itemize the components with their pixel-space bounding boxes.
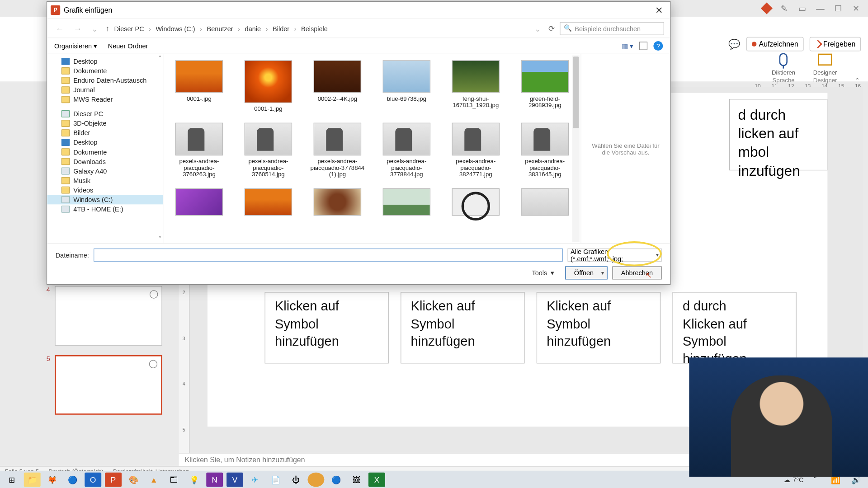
app-icon[interactable]: 🖼 <box>348 473 365 487</box>
file-item[interactable] <box>310 188 365 218</box>
tree-item[interactable]: Dieser PC <box>47 109 163 118</box>
open-button[interactable]: Öffnen▼ <box>565 266 607 279</box>
app-icon[interactable]: 💡 <box>186 473 203 487</box>
minimize-icon[interactable]: — <box>816 4 825 13</box>
app-icon[interactable]: 📄 <box>267 473 284 487</box>
file-item[interactable]: pexels-andrea-piacquadio-3831645.jpg <box>518 123 572 178</box>
window-icon[interactable]: ▭ <box>797 4 807 13</box>
search-input[interactable]: 🔍Beispiele durchsuchen <box>560 22 664 35</box>
file-grid[interactable]: 0001-.jpg0001-1.jpg0002-2--4K.jpgblue-69… <box>163 54 580 243</box>
tree-item[interactable]: Desktop <box>47 56 163 66</box>
tree-item[interactable]: 3D-Objekte <box>47 118 163 128</box>
breadcrumb[interactable]: Windows (C:) <box>156 25 195 32</box>
app-icon[interactable]: 🔵 <box>328 473 344 487</box>
file-item[interactable]: pexels-andrea-piacquadio-3778844.jpg <box>379 123 434 178</box>
organize-button[interactable]: Organisieren ▾ <box>54 42 97 50</box>
back-icon[interactable]: ← <box>53 23 66 33</box>
breadcrumb[interactable]: Beispiele <box>301 25 328 32</box>
telegram-icon[interactable]: ✈ <box>247 473 264 487</box>
content-placeholder[interactable]: Klicken auf Symbol hinzufügen <box>537 292 660 363</box>
maximize-icon[interactable]: ☐ <box>834 4 843 13</box>
content-placeholder[interactable]: Klicken auf Symbol hinzufügen <box>265 292 389 363</box>
share-button[interactable]: Freigeben <box>810 37 861 52</box>
explorer-icon[interactable]: 📁 <box>24 473 41 487</box>
app-icon[interactable]: ⏻ <box>288 473 304 487</box>
file-item[interactable]: pexels-andrea-piacquadio-3778844 (1).jpg <box>310 123 365 178</box>
content-placeholder[interactable]: d durch Klicken auf Symbol hinzufügen <box>672 292 796 363</box>
collapse-ribbon-icon[interactable]: ⌃ <box>855 77 860 84</box>
preview-pane-icon[interactable] <box>639 42 647 50</box>
tree-item[interactable]: MWS Reader <box>47 95 163 104</box>
placeholder-partial-top[interactable]: d durch licken auf mbol inzufügen <box>729 99 828 170</box>
powerpoint-icon[interactable]: P <box>105 473 122 487</box>
breadcrumb[interactable]: Bilder <box>273 25 289 32</box>
app-icon[interactable]: V <box>226 473 243 487</box>
tree-item[interactable]: Dokumente <box>47 66 163 75</box>
dictate-group[interactable]: Diktieren Sprache <box>772 51 795 83</box>
cancel-button[interactable]: Abbrechen <box>612 266 662 279</box>
file-item[interactable]: 0001-.jpg <box>172 60 226 112</box>
file-item[interactable] <box>241 188 296 218</box>
breadcrumb[interactable]: danie <box>245 25 261 32</box>
file-item[interactable] <box>379 188 434 218</box>
tree-item[interactable]: Galaxy A40 <box>47 166 163 176</box>
crumb-dropdown-icon[interactable]: ⌄ <box>532 23 543 33</box>
excel-icon[interactable]: X <box>368 473 385 487</box>
tree-item[interactable]: Bilder <box>47 128 163 138</box>
up-icon[interactable]: ↑ <box>105 24 109 33</box>
scrollbar[interactable] <box>572 56 580 242</box>
content-placeholder[interactable]: Klicken auf Symbol hinzufügen <box>401 292 524 363</box>
file-item[interactable] <box>448 188 503 218</box>
tree-item[interactable]: Dokumente <box>47 147 163 157</box>
help-icon[interactable]: ? <box>653 41 663 51</box>
close-icon[interactable]: ✕ <box>651 5 666 16</box>
app-icon[interactable]: 🎨 <box>125 473 142 487</box>
tree-item[interactable]: Desktop <box>47 138 163 147</box>
start-icon[interactable]: ⊞ <box>4 473 20 487</box>
tree-item[interactable]: Videos <box>47 185 163 195</box>
folder-tree[interactable]: ˄ DesktopDokumenteEnduro Daten-Austausch… <box>47 54 163 243</box>
tree-item[interactable]: Musik <box>47 176 163 185</box>
recent-icon[interactable]: ⌄ <box>89 23 100 33</box>
file-item[interactable] <box>518 188 572 218</box>
new-folder-button[interactable]: Neuer Ordner <box>108 42 148 50</box>
app-icon[interactable]: 🗔 <box>166 473 183 487</box>
tree-item[interactable]: Journal <box>47 85 163 95</box>
firefox-icon[interactable]: 🦊 <box>44 473 61 487</box>
file-item[interactable]: pexels-andrea-piacquadio-3760514.jpg <box>241 123 296 178</box>
tools-button[interactable]: Tools ▾ <box>532 269 554 277</box>
record-button[interactable]: Aufzeichnen <box>746 37 804 52</box>
file-item[interactable]: feng-shui-167813_1920.jpg <box>448 60 503 112</box>
file-item[interactable]: pexels-andrea-piacquadio-3824771.jpg <box>448 123 503 178</box>
outlook-icon[interactable]: O <box>85 473 101 487</box>
file-filter-select[interactable]: Alle Grafiken (*.emf;*.wmf;*.jpg;▾ <box>567 249 661 262</box>
filename-input[interactable] <box>94 249 562 262</box>
weather-widget[interactable]: ☁ 7°C <box>783 476 803 483</box>
tree-item[interactable]: 4TB - HOME (E:) <box>47 204 163 214</box>
scroll-up-icon[interactable]: ˄ <box>159 56 162 61</box>
scroll-down-icon[interactable]: ˅ <box>159 236 162 242</box>
chrome-icon[interactable]: 🔵 <box>64 473 81 487</box>
designer-group[interactable]: Designer Designer <box>813 51 837 83</box>
refresh-icon[interactable]: ⟳ <box>548 24 555 33</box>
file-item[interactable]: pexels-andrea-piacquadio-3760263.jpg <box>172 123 226 178</box>
tree-item[interactable]: Enduro Daten-Austausch <box>47 75 163 85</box>
app-icon[interactable] <box>307 473 324 487</box>
file-item[interactable] <box>172 188 226 218</box>
forward-icon[interactable]: → <box>71 23 84 33</box>
file-item[interactable]: 0002-2--4K.jpg <box>310 60 365 112</box>
slide-thumbnail[interactable] <box>55 286 162 346</box>
file-item[interactable]: 0001-1.jpg <box>241 60 296 112</box>
file-item[interactable]: green-field-2908939.jpg <box>518 60 572 112</box>
tree-item[interactable]: Windows (C:) <box>47 195 163 204</box>
breadcrumb[interactable]: Dieser PC <box>114 25 144 32</box>
breadcrumb[interactable]: Benutzer <box>207 25 233 32</box>
comments-icon[interactable]: 💬 <box>728 38 740 50</box>
tree-item[interactable]: Downloads <box>47 157 163 166</box>
onenote-icon[interactable]: N <box>206 473 223 487</box>
vlc-icon[interactable]: ▲ <box>146 473 162 487</box>
view-mode-icon[interactable]: ▥ ▾ <box>622 42 633 50</box>
pen-icon[interactable]: ✎ <box>780 4 789 13</box>
app-close-icon[interactable]: ✕ <box>851 4 861 13</box>
slide-thumbnail[interactable] <box>55 355 162 415</box>
